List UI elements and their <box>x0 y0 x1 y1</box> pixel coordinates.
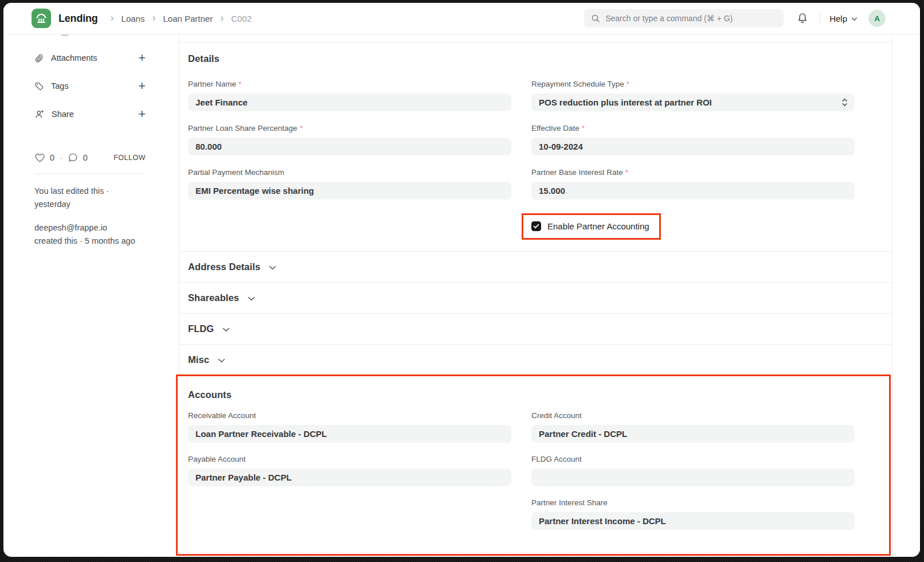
field-partner-name: Partner Name * Jeet Finance <box>188 80 511 111</box>
bank-icon <box>34 11 48 25</box>
field-label: Partial Payment Mechanism <box>188 168 284 177</box>
credit-account-input[interactable]: Partner Credit - DCPL <box>531 425 855 443</box>
navbar-right-cluster: Search or type a command (⌘ + G) Help A <box>584 9 886 28</box>
section-title: Shareables <box>188 292 239 303</box>
required-asterisk: * <box>582 124 585 132</box>
add-attachment-button[interactable]: + <box>138 52 146 64</box>
right-gutter <box>892 34 920 557</box>
comments-button[interactable] <box>68 153 79 163</box>
tag-icon <box>34 81 44 91</box>
section-title-details: Details <box>188 53 857 64</box>
heart-icon <box>34 153 45 163</box>
social-row: 0 · 0 FOLLOW <box>34 153 146 163</box>
help-label: Help <box>829 14 847 24</box>
partner-name-input[interactable]: Jeet Finance <box>188 93 511 111</box>
add-tag-button[interactable]: + <box>138 80 146 92</box>
section-title: FLDG <box>188 323 214 334</box>
sidebar-item-label: Tags <box>51 81 69 91</box>
left-sidebar: Attachments + Tags + Share + <box>3 34 179 557</box>
section-header-shareables[interactable]: Shareables <box>179 282 892 313</box>
last-edited-text: You last edited this · yesterday <box>34 185 146 210</box>
checkmark-icon <box>533 224 539 229</box>
dot-separator: · <box>60 153 62 162</box>
chevron-down-icon <box>248 296 255 301</box>
top-navbar: Lending › Loans › Loan Partner › C002 Se… <box>3 3 920 34</box>
field-label: Repayment Schedule Type <box>531 80 624 88</box>
page-body: Attachments + Tags + Share + <box>3 34 920 557</box>
section-title-accounts: Accounts <box>188 389 857 400</box>
partner-loan-share-percentage-input[interactable]: 80.000 <box>188 138 511 155</box>
field-partner-base-interest-rate: Partner Base Interest Rate * 15.000 <box>531 168 855 200</box>
sidebar-item-label: Share <box>52 110 74 119</box>
selected-option: POS reduction plus interest at partner R… <box>539 97 712 107</box>
search-placeholder: Search or type a command (⌘ + G) <box>605 14 733 23</box>
required-asterisk: * <box>300 124 303 132</box>
paperclip-icon <box>34 53 44 63</box>
form-content: Details Partner Name * Jeet Finance Repa… <box>179 42 892 556</box>
share-button[interactable]: + <box>138 108 146 120</box>
user-avatar[interactable]: A <box>868 10 886 27</box>
fldg-account-input[interactable] <box>531 469 855 486</box>
required-asterisk: * <box>627 80 629 88</box>
breadcrumb-separator: › <box>220 13 224 24</box>
sidebar-item-tags[interactable]: Tags + <box>34 78 146 94</box>
partner-interest-share-input[interactable]: Partner Interest Income - DCPL <box>531 512 855 530</box>
like-button[interactable] <box>34 153 45 163</box>
comments-count: 0 <box>83 153 88 162</box>
required-asterisk: * <box>625 168 628 177</box>
breadcrumb-loan-partner[interactable]: Loan Partner <box>163 14 213 24</box>
section-header-fldg[interactable]: FLDG <box>179 313 892 344</box>
help-menu[interactable]: Help <box>829 14 858 24</box>
notifications-button[interactable] <box>796 12 809 25</box>
section-accounts: Accounts Receivable Account Loan Partner… <box>179 375 892 556</box>
created-by-email: deepesh@frappe.io <box>34 221 146 235</box>
bell-icon <box>796 12 809 25</box>
effective-date-input[interactable]: 10-09-2024 <box>531 138 855 155</box>
field-label: Effective Date <box>531 124 580 132</box>
sidebar-item-share[interactable]: Share + <box>34 106 146 122</box>
field-receivable-account: Receivable Account Loan Partner Receivab… <box>188 411 511 443</box>
speech-bubble-icon <box>68 153 79 163</box>
chevron-down-icon <box>851 17 858 21</box>
field-label: Credit Account <box>531 411 582 420</box>
enable-partner-accounting-highlight: Enable Partner Accounting <box>522 213 661 240</box>
created-by-line2: created this · 5 months ago <box>34 235 146 248</box>
receivable-account-input[interactable]: Loan Partner Receivable - DCPL <box>188 425 511 443</box>
app-window: Lending › Loans › Loan Partner › C002 Se… <box>3 3 920 557</box>
breadcrumb-separator: › <box>111 13 114 24</box>
empty-grid-cell <box>188 498 511 530</box>
section-title: Misc <box>188 354 209 365</box>
partner-base-interest-rate-input[interactable]: 15.000 <box>531 182 855 200</box>
follow-button[interactable]: FOLLOW <box>113 154 146 162</box>
sidebar-item-label: Attachments <box>51 53 97 63</box>
required-asterisk: * <box>238 80 241 88</box>
payable-account-input[interactable]: Partner Payable - DCPL <box>188 469 511 486</box>
field-label: Receivable Account <box>188 411 256 420</box>
sidebar-divider <box>34 174 146 174</box>
section-header-address-details[interactable]: Address Details <box>179 251 892 282</box>
enable-partner-accounting-checkbox[interactable] <box>531 221 541 231</box>
field-label: Partner Loan Share Percentage <box>188 124 297 132</box>
navbar-divider <box>820 12 820 25</box>
person-plus-icon <box>34 109 45 119</box>
field-label: Partner Interest Share <box>531 498 608 507</box>
field-label: FLDG Account <box>531 455 582 463</box>
details-fields-grid: Partner Name * Jeet Finance Repayment Sc… <box>188 80 857 240</box>
last-edited-line1: You last edited this · <box>34 185 146 198</box>
app-title[interactable]: Lending <box>58 13 98 25</box>
sidebar-item-attachments[interactable]: Attachments + <box>34 50 146 66</box>
partial-payment-mechanism-input[interactable]: EMI Percentage wise sharing <box>188 182 511 200</box>
checkbox-label: Enable Partner Accounting <box>547 221 649 231</box>
main-form-area: Details Partner Name * Jeet Finance Repa… <box>179 34 892 557</box>
search-input[interactable]: Search or type a command (⌘ + G) <box>584 9 784 28</box>
empty-grid-cell <box>188 212 511 240</box>
last-edited-line2: yesterday <box>34 198 146 211</box>
cut-off-element <box>61 34 69 36</box>
up-down-chevrons-icon <box>841 98 848 107</box>
lending-app-logo[interactable] <box>32 9 51 28</box>
field-credit-account: Credit Account Partner Credit - DCPL <box>531 411 855 443</box>
breadcrumb-loans[interactable]: Loans <box>122 14 145 24</box>
field-partner-loan-share-percentage: Partner Loan Share Percentage * 80.000 <box>188 124 511 155</box>
repayment-schedule-type-select[interactable]: POS reduction plus interest at partner R… <box>531 93 855 111</box>
section-header-misc[interactable]: Misc <box>179 344 892 375</box>
